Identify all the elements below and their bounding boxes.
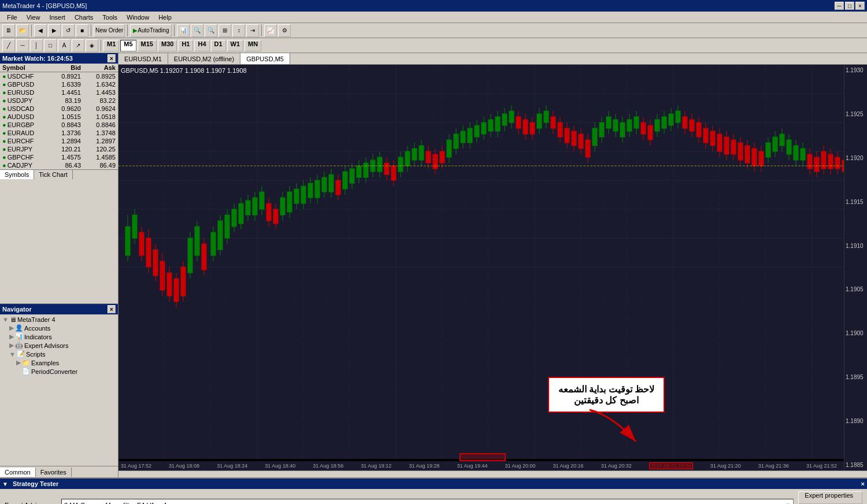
nav-scripts[interactable]: ▼ 📝 Scripts [2, 350, 116, 358]
h-line-tool[interactable]: ─ [16, 39, 29, 52]
expert-properties-btn[interactable]: Expert properties [798, 491, 862, 504]
nav-period-converter[interactable]: ▶ 📄 PeriodConverter [2, 367, 116, 376]
zoom-out-btn[interactable]: 🔍 [205, 24, 217, 37]
menu-window[interactable]: Window [122, 13, 154, 22]
market-watch-columns: Symbol Bid Ask [0, 64, 118, 72]
mw-row-eurchf[interactable]: ●EURCHF1.28941.2897 [0, 137, 118, 145]
nav-label-scripts: Scripts [26, 351, 46, 358]
mw-row-cadjpy[interactable]: ●CADJPY86.4386.49 [0, 161, 118, 169]
forward-btn[interactable]: ▶ [48, 24, 61, 37]
tf-w1[interactable]: W1 [227, 40, 244, 51]
tf-m15[interactable]: M15 [138, 40, 157, 51]
chart-type-btn[interactable]: 📊 [177, 24, 190, 37]
title-bar: MetaTrader 4 - [GBPUSD,M5] ─ □ × [0, 0, 867, 12]
menu-help[interactable]: Help [154, 13, 176, 22]
nav-accounts[interactable]: ▶ 👤 Accounts [2, 324, 116, 332]
price-scale: 1.1930 1.1925 1.1920 1.1915 1.1910 1.190… [844, 65, 867, 470]
v-line-tool[interactable]: │ [30, 39, 43, 52]
tf-d1[interactable]: D1 [211, 40, 226, 51]
mw-row-euraud[interactable]: ●EURAUD1.37361.3748 [0, 129, 118, 137]
navigator-tree: ▼ 🖥 MetaTrader 4 ▶ 👤 Accounts ▶ 📊 Indica… [0, 314, 118, 377]
grid-btn[interactable]: ⊞ [218, 24, 231, 37]
title-bar-controls[interactable]: ─ □ × [835, 2, 865, 10]
tf-m30[interactable]: M30 [158, 40, 177, 51]
tab-common[interactable]: Common [0, 468, 36, 477]
menu-tools[interactable]: Tools [98, 13, 122, 22]
menu-insert[interactable]: Insert [45, 13, 70, 22]
accounts-icon: 👤 [15, 324, 23, 332]
fib-tool[interactable]: ◈ [86, 39, 98, 52]
h-scrollbar[interactable] [118, 470, 867, 477]
mw-row-gbpchf[interactable]: ●GBPCHF1.45751.4585 [0, 153, 118, 161]
close-button[interactable]: × [855, 2, 865, 10]
menu-file[interactable]: File [2, 13, 22, 22]
scroll-end-btn[interactable]: ⇥ [246, 24, 259, 37]
mw-row-eurusd[interactable]: ●EURUSD1.44511.4453 [0, 88, 118, 97]
ea-icon: 🤖 [15, 342, 23, 349]
nav-expert-advisors[interactable]: ▶ 🤖 Expert Advisors [2, 341, 116, 350]
st-header: ▼ Strategy Tester × [0, 479, 867, 489]
tab-tick-chart[interactable]: Tick Chart [34, 170, 73, 179]
mw-rows-container: ●USDCHF0.89210.8925●GBPUSD1.63391.6342●E… [0, 72, 118, 169]
nav-metatrader4[interactable]: ▼ 🖥 MetaTrader 4 [2, 316, 116, 324]
tab-gbpusd-m5[interactable]: GBPUSD,M5 [240, 53, 290, 64]
tf-mn[interactable]: MN [244, 40, 261, 51]
menu-view[interactable]: View [22, 13, 45, 22]
rect-tool[interactable]: □ [44, 39, 57, 52]
indicator-btn[interactable]: 📈 [264, 24, 277, 37]
price-8: 1.1895 [846, 374, 866, 380]
mw-row-usdjpy[interactable]: ●USDJPY83.1983.22 [0, 97, 118, 105]
auto-trading-btn[interactable]: ▶ AutoTrading [130, 24, 172, 37]
new-order-label: New Order [95, 27, 123, 34]
restore-button[interactable]: □ [845, 2, 854, 10]
expand-icon: ▶ [16, 359, 21, 366]
tab-favorites[interactable]: Favorites [36, 468, 72, 477]
new-chart-btn[interactable]: 🗎 [2, 24, 15, 37]
time-1: 31 Aug 17:52 [121, 463, 151, 469]
reload-btn[interactable]: ↺ [62, 24, 75, 37]
script-file-icon: 📄 [22, 368, 30, 375]
tf-m5[interactable]: M5 [120, 40, 136, 51]
new-order-btn[interactable]: New Order [94, 24, 125, 37]
tf-h4[interactable]: H4 [194, 40, 209, 51]
computer-icon: 🖥 [10, 316, 16, 323]
vol-btn[interactable]: ↕ [232, 24, 245, 37]
chart-canvas[interactable]: GBPUSD,M5 1.19207 1.1908 1.1907 1.1908 [118, 65, 867, 470]
tab-eurusd-m1[interactable]: EURUSD,M1 [118, 53, 168, 64]
mw-row-eurgbp[interactable]: ●EURGBP0.88430.8846 [0, 121, 118, 129]
text-tool[interactable]: A [58, 39, 71, 52]
nav-examples[interactable]: ▶ 📁 Examples [2, 358, 116, 367]
mw-row-audusd[interactable]: ●AUDUSD1.05151.0518 [0, 113, 118, 121]
navigator-header: Navigator × [0, 304, 118, 314]
ea-dropdown[interactable]: 2 MA Crosses Mega filter EA V1.ex4 ▼ [61, 499, 794, 504]
arrow-tool[interactable]: ↗ [72, 39, 84, 52]
nav-indicators[interactable]: ▶ 📊 Indicators [2, 332, 116, 341]
mw-row-gbpusd[interactable]: ●GBPUSD1.63391.6342 [0, 80, 118, 88]
menu-charts[interactable]: Charts [70, 13, 98, 22]
strategy-tester: ▼ Strategy Tester × Expert Advisor 2 MA … [0, 477, 867, 504]
market-watch-close[interactable]: × [108, 54, 116, 62]
back-btn[interactable]: ◀ [34, 24, 47, 37]
mw-row-usdchf[interactable]: ●USDCHF0.89210.8925 [0, 72, 118, 80]
tab-eurusd-m2[interactable]: EURUSD,M2 (offline) [168, 53, 240, 64]
mw-row-usdcad[interactable]: ●USDCAD0.96200.9624 [0, 105, 118, 113]
tf-h1[interactable]: H1 [178, 40, 193, 51]
navigator-close[interactable]: × [108, 305, 116, 313]
sep3 [127, 25, 128, 36]
line-tool[interactable]: ╱ [2, 39, 15, 52]
annotation-line1: لاحظ توقيت بداية الشمعه [558, 384, 654, 395]
price-5: 1.1910 [846, 243, 866, 249]
zoom-in-btn[interactable]: 🔍 [191, 24, 203, 37]
expand-icon: ▶ [9, 324, 14, 332]
mw-row-eurjpy[interactable]: ●EURJPY120.21120.25 [0, 145, 118, 153]
open-btn[interactable]: 📂 [16, 24, 29, 37]
menu-bar: File View Insert Charts Tools Window Hel… [0, 12, 867, 23]
stop-btn[interactable]: ■ [76, 24, 88, 37]
st-close[interactable]: × [861, 480, 865, 487]
period-sep-btn[interactable]: ⚙ [278, 24, 291, 37]
price-4: 1.1915 [846, 199, 866, 205]
tab-symbols[interactable]: Symbols [0, 170, 34, 179]
tf-m1[interactable]: M1 [103, 40, 119, 51]
minimize-button[interactable]: ─ [835, 2, 844, 10]
time-3: 31 Aug 18:24 [217, 463, 247, 469]
